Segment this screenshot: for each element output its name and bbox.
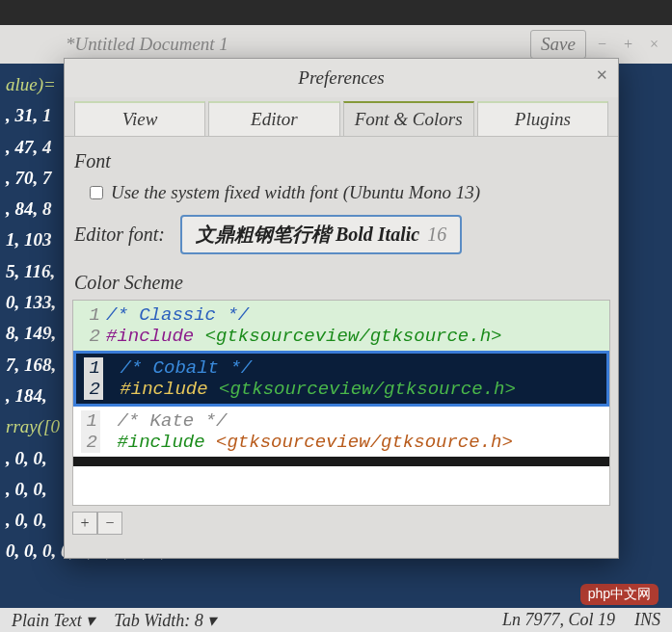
add-scheme-button[interactable]: + [72,512,97,535]
watermark: php中文网 [580,584,659,605]
maximize-button[interactable]: + [618,36,638,53]
preferences-dialog: Preferences ✕ View Editor Font & Colors … [64,58,619,559]
remove-scheme-button[interactable]: − [97,512,122,535]
status-bar: Plain Text ▾ Tab Width: 8 ▾ Ln 7977, Col… [0,608,672,632]
font-chooser-button[interactable]: 文鼎粗钢笔行楷 Bold Italic 16 [180,215,462,254]
dialog-tabs: View Editor Font & Colors Plugins [65,97,618,136]
close-icon[interactable]: ✕ [596,66,608,84]
tab-editor[interactable]: Editor [208,101,339,136]
code-token: alue)= [6,74,56,94]
top-system-bar [0,0,672,25]
scheme-kate[interactable]: 1 /* Kate */ 2 #include <gtksourceview/g… [73,407,609,457]
font-size: 16 [427,224,446,246]
editor-font-label: Editor font: [74,224,165,246]
cursor-position: Ln 7977, Col 19 [502,610,615,630]
minimize-button[interactable]: − [592,36,612,53]
code-token: rray([0 [6,416,60,436]
use-system-font-checkbox[interactable] [90,186,103,199]
tab-plugins[interactable]: Plugins [477,101,608,136]
font-section-label: Font [74,150,610,172]
dialog-title: Preferences [298,67,384,89]
color-scheme-label: Color Scheme [74,272,610,294]
scheme-cobalt[interactable]: 1 /* Cobalt */ 2 #include <gtksourceview… [73,351,609,407]
close-button[interactable]: × [644,36,664,53]
tab-font-colors[interactable]: Font & Colors [343,101,474,136]
use-system-font-row: Use the system fixed width font (Ubuntu … [72,178,610,213]
tab-width-selector[interactable]: Tab Width: 8 ▾ [114,610,216,631]
color-scheme-list[interactable]: 1/* Classic */ 2#include <gtksourceview/… [72,300,610,506]
document-title: *Untitled Document 1 [8,34,530,55]
scheme-actions: + − [72,512,610,535]
editor-font-row: Editor font: 文鼎粗钢笔行楷 Bold Italic 16 [72,213,610,268]
save-button[interactable]: Save [530,30,586,59]
dialog-titlebar[interactable]: Preferences ✕ [65,59,618,97]
dialog-body: Font Use the system fixed width font (Ub… [65,136,618,558]
tab-view[interactable]: View [74,101,205,136]
window-actions: Save − + × [530,30,664,59]
use-system-font-label: Use the system fixed width font (Ubuntu … [111,182,480,203]
syntax-selector[interactable]: Plain Text ▾ [12,610,94,631]
scheme-next-peek[interactable] [73,457,609,466]
font-name: 文鼎粗钢笔行楷 Bold Italic [196,222,419,248]
insert-mode[interactable]: INS [634,610,660,630]
scheme-classic[interactable]: 1/* Classic */ 2#include <gtksourceview/… [73,301,609,351]
